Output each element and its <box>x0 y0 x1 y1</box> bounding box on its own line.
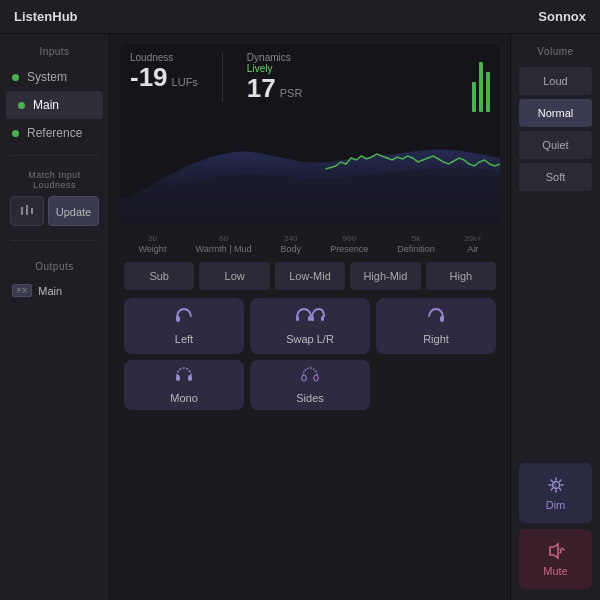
loudness-value: -19 <box>130 63 168 92</box>
output-main-label: Main <box>38 285 62 297</box>
eq-label-presence: 900 Presence <box>330 234 368 254</box>
loudness-metric: Loudness -19 LUFs <box>130 52 198 103</box>
routing-grid: Left Swap L/R <box>120 298 500 416</box>
mute-icon <box>546 541 566 561</box>
eq-label-air: 20k+ Air <box>464 234 482 254</box>
route-btn-swap[interactable]: Swap L/R <box>250 298 370 354</box>
center-content: Loudness -19 LUFs Dynamics Lively 17 PSR <box>110 34 510 600</box>
inputs-label: Inputs <box>0 42 109 63</box>
analyzer: Loudness -19 LUFs Dynamics Lively 17 PSR <box>120 44 500 224</box>
dim-button[interactable]: Dim <box>519 463 592 523</box>
dyn-bar-2 <box>479 62 483 112</box>
vol-btn-soft[interactable]: Soft <box>519 163 592 191</box>
match-icon-button[interactable] <box>10 196 44 226</box>
equalizer-icon <box>19 203 35 219</box>
eq-name-air: Air <box>467 244 478 254</box>
svg-rect-4 <box>188 316 192 322</box>
svg-rect-0 <box>21 207 23 215</box>
route-label-sides: Sides <box>296 392 324 404</box>
eq-freq-20: 20 <box>148 234 157 243</box>
sidebar-item-reference[interactable]: Reference <box>0 119 109 147</box>
band-buttons: Sub Low Low-Mid High-Mid High <box>120 262 500 290</box>
divider-1 <box>10 155 99 156</box>
main-layout: Inputs System Main Reference Match Input… <box>0 34 600 600</box>
svg-rect-6 <box>308 316 311 321</box>
analyzer-header: Loudness -19 LUFs Dynamics Lively 17 PSR <box>130 52 490 103</box>
svg-rect-11 <box>176 375 180 381</box>
route-btn-left[interactable]: Left <box>124 298 244 354</box>
dot-reference <box>12 130 19 137</box>
headphone-sides-icon <box>299 366 321 388</box>
svg-line-18 <box>562 548 564 550</box>
route-btn-right[interactable]: Right <box>376 298 496 354</box>
update-button[interactable]: Update <box>48 196 99 226</box>
svg-rect-12 <box>188 375 192 381</box>
svg-rect-9 <box>428 316 432 322</box>
dim-icon <box>546 475 566 495</box>
svg-rect-3 <box>176 316 180 322</box>
band-btn-high[interactable]: High <box>426 262 496 290</box>
sidebar-item-system[interactable]: System <box>0 63 109 91</box>
svg-rect-8 <box>321 316 324 321</box>
svg-rect-10 <box>440 316 444 322</box>
match-section: Match Input Loudness Update <box>0 164 109 232</box>
band-btn-low[interactable]: Low <box>199 262 269 290</box>
eq-freq-60: 60 <box>219 234 228 243</box>
band-btn-sub[interactable]: Sub <box>124 262 194 290</box>
mute-button[interactable]: Mute <box>519 529 592 589</box>
dot-system <box>12 74 19 81</box>
headphone-right-icon <box>425 307 447 329</box>
fx-badge: FX <box>12 284 32 297</box>
eq-label-body: 240 Body <box>281 234 302 254</box>
vol-btn-normal[interactable]: Normal <box>519 99 592 127</box>
waveform-area <box>120 114 500 224</box>
headphone-swap-svg <box>295 307 325 325</box>
dyn-bar-1 <box>472 82 476 112</box>
dynamics-row: 17 PSR <box>247 74 303 103</box>
dynamics-label: Dynamics <box>247 52 303 63</box>
eq-name-definition: Definition <box>397 244 435 254</box>
match-label: Match Input Loudness <box>10 170 99 190</box>
route-btn-sides[interactable]: Sides <box>250 360 370 410</box>
metric-divider <box>222 52 223 102</box>
vol-btn-quiet[interactable]: Quiet <box>519 131 592 159</box>
route-label-swap: Swap L/R <box>286 333 334 345</box>
headphone-mono-icon <box>173 366 195 388</box>
headphone-left-icon <box>173 307 195 329</box>
headphone-right-svg <box>425 307 447 325</box>
svg-rect-2 <box>31 208 33 214</box>
outputs-label: Outputs <box>0 257 109 278</box>
divider-2 <box>10 240 99 241</box>
loudness-unit: LUFs <box>172 76 198 88</box>
app-name: ListenHub <box>14 9 78 24</box>
eq-name-body: Body <box>281 244 302 254</box>
eq-name-weight: Weight <box>139 244 167 254</box>
headphone-left-svg <box>173 307 195 325</box>
dynamics-metric: Dynamics Lively 17 PSR <box>247 52 303 103</box>
route-label-right: Right <box>423 333 449 345</box>
output-main[interactable]: FX Main <box>0 278 109 303</box>
outputs-section: Outputs FX Main <box>0 257 109 303</box>
band-btn-low-mid[interactable]: Low-Mid <box>275 262 345 290</box>
svg-rect-7 <box>311 316 314 321</box>
waveform-svg <box>120 114 500 224</box>
sidebar-right: Volume Loud Normal Quiet Soft Dim Mute <box>510 34 600 600</box>
dim-label: Dim <box>546 499 566 511</box>
dynamics-unit: PSR <box>280 87 303 99</box>
eq-name-presence: Presence <box>330 244 368 254</box>
dynamics-bars <box>472 52 490 112</box>
reference-label: Reference <box>27 126 82 140</box>
eq-label-weight: 20 Weight <box>139 234 167 254</box>
loudness-row: -19 LUFs <box>130 63 198 92</box>
route-btn-mono[interactable]: Mono <box>124 360 244 410</box>
eq-name-warmth: Warmth | Mud <box>195 244 251 254</box>
sidebar-item-main[interactable]: Main <box>6 91 103 119</box>
headphone-swap-icon <box>295 307 325 329</box>
spacer <box>511 193 600 460</box>
headphone-mono-svg <box>173 366 195 384</box>
band-btn-high-mid[interactable]: High-Mid <box>350 262 420 290</box>
vol-btn-loud[interactable]: Loud <box>519 67 592 95</box>
title-bar: ListenHub Sonnox <box>0 0 600 34</box>
eq-label-definition: 5k Definition <box>397 234 435 254</box>
eq-label-warmth: 60 Warmth | Mud <box>195 234 251 254</box>
